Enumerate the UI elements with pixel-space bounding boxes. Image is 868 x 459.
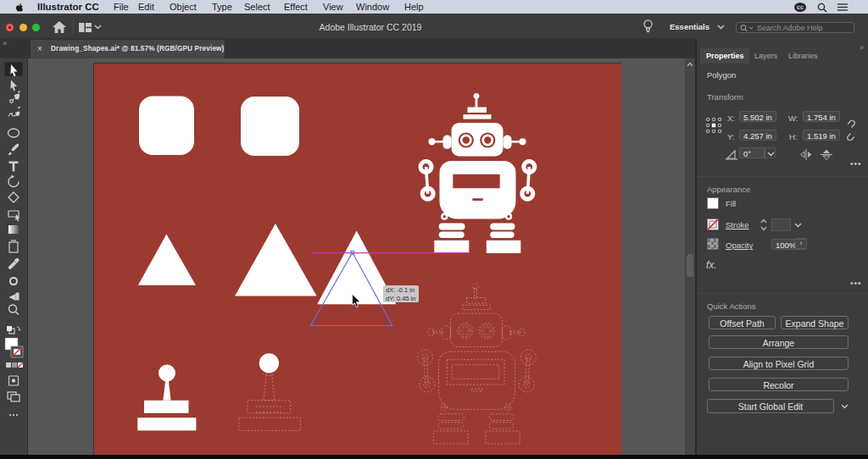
svg-text:cc: cc [797, 4, 804, 10]
